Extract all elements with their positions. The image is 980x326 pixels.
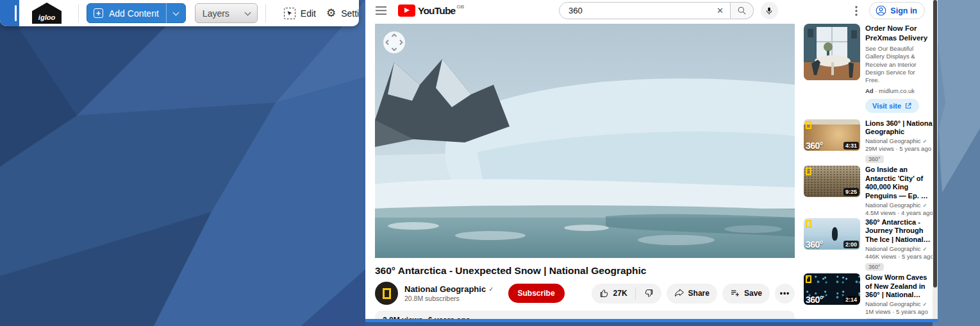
suggested-video[interactable]: 360° 4:31 Lions 360° | National Geograph…: [804, 119, 934, 164]
chevron-down-icon: [172, 9, 179, 15]
thumbs-up-icon[interactable]: [599, 288, 610, 298]
suggested-meta: 4.5M views · 4 years ago: [865, 209, 934, 216]
sign-in-button[interactable]: Sign in: [869, 2, 925, 19]
video-player[interactable]: [375, 24, 795, 258]
suggested-meta: 1M views · 5 years ago: [865, 308, 934, 315]
verified-icon: ✓: [488, 286, 494, 293]
chevron-down-icon: [244, 9, 251, 15]
ad-title[interactable]: Order Now For PreXmas Delivery: [865, 24, 928, 43]
search-button[interactable]: [731, 2, 754, 19]
toolbar-divider: [265, 4, 266, 22]
subscribe-button[interactable]: Subscribe: [508, 284, 565, 303]
suggested-meta: 29M views · 5 years ago: [865, 145, 934, 152]
sign-in-label: Sign in: [890, 6, 917, 15]
thumbnail-overlay-text: 360°: [806, 239, 823, 250]
thumbnail-overlay-text: 360°: [806, 141, 823, 151]
channel-name[interactable]: National Geographic: [404, 284, 486, 294]
voice-search-button[interactable]: [761, 2, 778, 19]
add-content-button[interactable]: + Add Content: [87, 3, 186, 23]
pan-arrows-icon: [383, 31, 405, 53]
thumbs-down-icon[interactable]: [644, 288, 654, 298]
igloo-logo[interactable]: igloo: [32, 3, 62, 24]
video-title: 360° Antarctica - Unexpected Snow | Nati…: [375, 265, 795, 277]
suggested-meta: 446K views · 5 years ago: [865, 253, 934, 260]
youtube-body: 360° Antarctica - Unexpected Snow | Nati…: [365, 21, 938, 322]
pan-control[interactable]: [383, 31, 405, 53]
igloo-logo-label: igloo: [38, 13, 55, 24]
suggested-channel: National Geographic: [865, 137, 921, 144]
verified-icon: ✓: [923, 246, 927, 252]
video-tag-chip[interactable]: 360°: [865, 155, 884, 163]
visit-site-button[interactable]: Visit site: [865, 99, 919, 113]
ad-meta: Ad · midlum.co.uk: [865, 87, 928, 94]
ad-badge: Ad: [865, 87, 874, 94]
ad-advertiser: · midlum.co.uk: [874, 87, 915, 94]
layers-dropdown[interactable]: Layers: [195, 3, 258, 23]
suggested-video-title: Lions 360° | National Geographic: [865, 119, 934, 137]
save-button[interactable]: Save: [722, 284, 770, 304]
like-dislike-pill: 27K: [592, 284, 661, 304]
subscriber-count: 20.8M subscribers: [404, 295, 494, 302]
search-area: ✕: [559, 2, 778, 19]
scrollbar[interactable]: [933, 0, 938, 322]
video-thumbnail: 360° 2:00: [804, 218, 860, 250]
more-actions-button[interactable]: •••: [775, 284, 795, 304]
suggested-video[interactable]: 360° 2:00 360° Antarctica - Journey Thro…: [804, 218, 934, 271]
kebab-menu-icon[interactable]: [854, 4, 859, 17]
view-count: 2.8M views: [383, 316, 423, 322]
toolbar-drag-handle[interactable]: [0, 0, 19, 26]
hamburger-menu-icon[interactable]: [376, 6, 386, 15]
microphone-icon: [765, 6, 774, 15]
ad-text: Order Now For PreXmas Delivery See Our B…: [865, 24, 934, 113]
add-content-dropdown[interactable]: [167, 12, 185, 15]
channel-avatar[interactable]: [375, 282, 398, 305]
search-input[interactable]: [569, 6, 715, 15]
suggested-video[interactable]: 360° 2:14 Glow Worm Caves of New Zealand…: [804, 273, 934, 322]
share-button[interactable]: Share: [667, 284, 717, 304]
ad-interior-image: [804, 24, 860, 80]
igloo-toolbar: igloo + Add Content Layers Edit ⚙ Settin…: [0, 0, 359, 26]
suggested-channel: National Geographic: [865, 202, 921, 209]
youtube-header: YouTube GB ✕: [365, 0, 938, 21]
description-box[interactable]: 2.8M views 6 years ago Explore a penguin…: [375, 311, 795, 322]
suggested-video[interactable]: 9:25 Go Inside an Antarctic 'City' of 40…: [804, 166, 934, 216]
verified-icon: ✓: [923, 301, 927, 307]
edit-button[interactable]: Edit: [284, 8, 316, 19]
search-icon: [737, 6, 747, 15]
settings-label: Settings: [341, 8, 359, 19]
duration-badge: 2:00: [843, 241, 859, 248]
natgeo-logo-icon: [806, 167, 811, 175]
natgeo-frame-icon: [383, 288, 391, 299]
ad-thumbnail[interactable]: [804, 24, 860, 80]
visit-site-label: Visit site: [872, 102, 901, 110]
suggested-video-title: Go Inside an Antarctic 'City' of 400,000…: [865, 166, 934, 200]
youtube-logo-text: YouTube: [418, 4, 455, 17]
channel-info: National Geographic ✓ 20.8M subscribers: [404, 284, 494, 302]
video-thumbnail: 360° 2:14: [804, 273, 860, 305]
video-tag-chip[interactable]: 360°: [865, 263, 884, 271]
suggested-video-title: Glow Worm Caves of New Zealand in 360° |…: [865, 273, 934, 299]
video-tag-chip[interactable]: 360°: [865, 318, 884, 322]
settings-button[interactable]: ⚙ Settings: [326, 8, 359, 19]
youtube-play-icon: [398, 4, 415, 17]
ad-card: Order Now For PreXmas Delivery See Our B…: [804, 24, 934, 113]
thumbnail-overlay-text: 360°: [806, 295, 823, 305]
external-link-icon: [904, 102, 912, 110]
clear-search-icon[interactable]: ✕: [715, 6, 725, 15]
duration-badge: 2:14: [843, 296, 859, 304]
scrollbar-thumb[interactable]: [933, 0, 937, 287]
watch-column: 360° Antarctica - Unexpected Snow | Nati…: [375, 24, 795, 322]
plus-icon: +: [94, 8, 103, 18]
toolbar-divider: [78, 4, 79, 22]
youtube-logo[interactable]: YouTube GB: [398, 4, 464, 17]
verified-icon: ✓: [923, 202, 927, 209]
header-right: Sign in: [854, 2, 925, 19]
desktop: igloo + Add Content Layers Edit ⚙ Settin…: [0, 0, 980, 326]
suggested-channel: National Geographic: [865, 245, 921, 252]
natgeo-logo-icon: [806, 275, 811, 283]
action-bar: 27K Share Save •••: [592, 284, 795, 304]
search-box: ✕: [559, 2, 731, 19]
suggested-video-title: 360° Antarctica - Journey Through The Ic…: [865, 218, 934, 244]
video-thumbnail: 360° 4:31: [804, 119, 860, 151]
share-icon: [674, 288, 685, 298]
